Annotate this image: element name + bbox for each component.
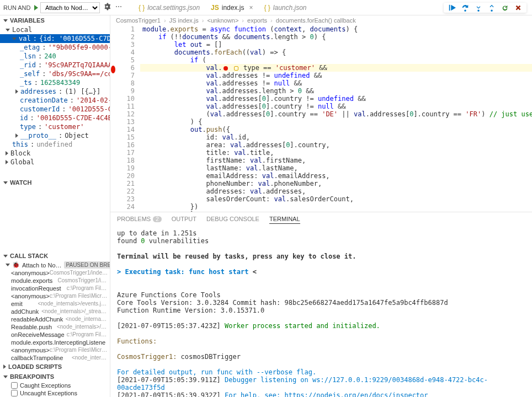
disconnect-icon[interactable]: [514, 4, 522, 12]
callstack-session[interactable]: 🐞 Attach to No… PAUSED ON BREAKPOINT: [0, 261, 110, 269]
var-proto[interactable]: __proto__: Object: [0, 131, 110, 140]
callstack-frame[interactable]: callbackTrampoline<node_inter…: [0, 354, 110, 362]
callstack-frame[interactable]: emit<node_internals>/events.j…: [0, 300, 110, 308]
start-debug-icon[interactable]: [34, 5, 38, 10]
watch-header[interactable]: Watch: [0, 178, 110, 187]
gear-icon[interactable]: [103, 3, 111, 12]
continue-icon[interactable]: [448, 4, 456, 12]
callstack-header[interactable]: Call Stack: [0, 251, 110, 261]
var-this[interactable]: this: undefined: [0, 140, 110, 149]
var-addresses[interactable]: addresses: (1) [{…}]: [0, 87, 110, 96]
variables-header[interactable]: Variables: [0, 15, 110, 25]
restart-icon[interactable]: [501, 4, 509, 12]
more-icon[interactable]: ⋯: [115, 3, 122, 12]
tab-problems[interactable]: PROBLEMS2: [117, 214, 162, 224]
var-id[interactable]: id: '0016D555-C7DE-4C4B-B4A4-2E…: [0, 114, 110, 122]
terminal[interactable]: up to date in 1.251s found 0 vulnerabili…: [110, 226, 532, 397]
loaded-scripts-header[interactable]: Loaded Scripts: [0, 362, 110, 372]
bp-uncaught[interactable]: Uncaught Exceptions: [0, 389, 110, 397]
step-over-icon[interactable]: [461, 4, 469, 12]
callstack-frame[interactable]: module.exportsCosmosTrigger1/i…: [0, 277, 110, 285]
bug-icon: 🐞: [12, 261, 20, 269]
var-lsn[interactable]: _lsn: 240: [0, 52, 110, 61]
launch-config-select[interactable]: Attach to Nod…: [40, 2, 100, 13]
scope-block[interactable]: Block: [0, 149, 110, 158]
var-creation-date[interactable]: creationDate: '2014-02-05T00:00…: [0, 96, 110, 105]
debug-toolbar: [444, 3, 526, 13]
callstack-frame[interactable]: <anonymous>CosmosTrigger1/inde…: [0, 269, 110, 277]
variables-tree: Local val: {id: '0016D555-C7DE-4C4B-B4A……: [0, 25, 110, 167]
callstack-frame[interactable]: invocationRequestc:\Program Fil…: [0, 285, 110, 292]
tab-local-settings[interactable]: { }local.settings.json: [133, 2, 205, 14]
panel-tabs: PROBLEMS2 OUTPUT DEBUG CONSOLE TERMINAL: [110, 212, 532, 226]
var-etag[interactable]: _etag: '"9b005fe9-0000-0d00-000…: [0, 43, 110, 52]
tab-launch-json[interactable]: { }launch.json: [258, 2, 312, 14]
var-type[interactable]: type: 'customer': [0, 122, 110, 131]
bp-caught[interactable]: Caught Exceptions: [0, 382, 110, 389]
callstack-frame[interactable]: addChunk<node_internals>/_strea…: [0, 308, 110, 315]
var-self[interactable]: _self: 'dbs/9Sc9AA==/colls/9Sc9…: [0, 69, 110, 78]
callstack-frame[interactable]: <anonymous>c:\Program Files\Micr…: [0, 292, 110, 300]
run-debug-label: RUN AND …: [0, 4, 32, 11]
editor-tabs: { }local.settings.json JSindex.js× { }la…: [133, 2, 444, 14]
var-ts[interactable]: _ts: 1625843349: [0, 78, 110, 87]
breadcrumb[interactable]: CosmosTrigger1› JS index.js› <unknown>› …: [110, 15, 532, 25]
tab-index-js[interactable]: JSindex.js×: [205, 2, 258, 14]
close-icon[interactable]: ×: [249, 4, 253, 12]
step-out-icon[interactable]: [488, 4, 496, 12]
paused-badge: PAUSED ON BREAKPOINT: [64, 261, 110, 269]
breakpoints-header[interactable]: Breakpoints: [0, 372, 110, 382]
tab-debug-console[interactable]: DEBUG CONSOLE: [206, 214, 259, 224]
var-rid[interactable]: _rid: '9Sc9APZTq7QIAAAAAAAAAA==': [0, 61, 110, 69]
tab-output[interactable]: OUTPUT: [172, 214, 196, 224]
var-customer-id[interactable]: customerId: '0012D555-C7DE-4C4B…: [0, 105, 110, 114]
tab-terminal[interactable]: TERMINAL: [269, 214, 300, 224]
callstack-frame[interactable]: <anonymous>c:\Program Files\Micr…: [0, 346, 110, 354]
callstack-frame[interactable]: module.exports.InterceptingListene: [0, 339, 110, 346]
callstack-frame[interactable]: Readable.push<node_internals>/…: [0, 323, 110, 331]
var-val[interactable]: val: {id: '0016D555-C7DE-4C4B-B4A…: [0, 34, 110, 43]
scope-local[interactable]: Local: [0, 25, 110, 34]
code-editor[interactable]: 1234567891011121314151617181920212223242…: [110, 25, 532, 212]
callstack-frame[interactable]: readableAddChunk<node_interna…: [0, 315, 110, 323]
callstack-frame[interactable]: onReceiveMessagec:\Program Fil…: [0, 331, 110, 339]
scope-global[interactable]: Global: [0, 158, 110, 167]
step-into-icon[interactable]: [475, 4, 482, 12]
